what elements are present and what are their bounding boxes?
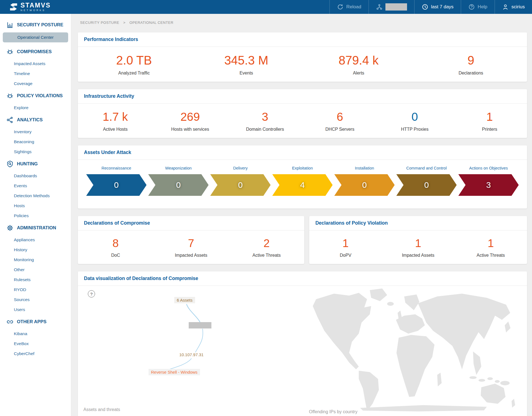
stat-label: DHCP Servers xyxy=(303,127,377,132)
stat-value: 2 xyxy=(229,237,304,250)
phase-chevron[interactable]: 0 xyxy=(334,174,395,196)
sidebar-item-impacted-assets[interactable]: Impacted Assets xyxy=(0,59,71,69)
sidebar-section-label: ADMINISTRATION xyxy=(17,225,56,230)
phase-chevron[interactable]: 0 xyxy=(148,174,209,196)
reload-button[interactable]: Reload xyxy=(329,0,369,14)
phase-actions-on-objectives: Actions on Objectives 3 xyxy=(458,166,519,196)
sidebar-item-other[interactable]: Other xyxy=(0,265,71,275)
sidebar-section-security-posture[interactable]: SECURITY POSTURE xyxy=(0,18,71,32)
declarations-of-policy-violation-card: Declarations of Policy Violation 1 DoPV … xyxy=(309,216,527,264)
sidebar-section-administration[interactable]: ADMINISTRATION xyxy=(0,221,71,235)
stat-analyzed-traffic: 2.0 TB Analyzed Traffic xyxy=(78,53,190,76)
phase-chevron[interactable]: 3 xyxy=(458,174,519,196)
stat-doc: 8 DoC xyxy=(78,237,153,258)
sidebar-section-hunting[interactable]: HUNTING xyxy=(0,157,71,171)
sidebar-item-rulesets[interactable]: Rulesets xyxy=(0,275,71,285)
sidebar-item-policies[interactable]: Policies xyxy=(0,211,71,221)
stat-dopv-active-threats: 1 Active Threats xyxy=(454,237,527,258)
phase-exploitation: Exploitation 4 xyxy=(272,166,333,196)
sidebar-item-history[interactable]: History xyxy=(0,245,71,255)
stat-dopv-impacted-assets: 1 Impacted Assets xyxy=(382,237,454,258)
sidebar-item-kibana[interactable]: Kibana xyxy=(0,329,71,339)
phase-label: Exploitation xyxy=(272,166,333,170)
stat-value: 8 xyxy=(78,237,153,250)
hunting-magnifier-icon xyxy=(6,160,14,168)
stat-label: Impacted Assets xyxy=(153,253,229,258)
phase-label: Command and Control xyxy=(396,166,457,170)
performance-indicators-card: Performance Indicators 2.0 TB Analyzed T… xyxy=(78,32,527,82)
phase-chevron[interactable]: 0 xyxy=(86,174,147,196)
sidebar-item-hosts[interactable]: Hosts xyxy=(0,201,71,211)
sidebar-item-monitoring[interactable]: Monitoring xyxy=(0,255,71,265)
sidebar-item-sources[interactable]: Sources xyxy=(0,295,71,305)
stat-value: 1.7 k xyxy=(78,110,153,124)
sidebar-item-inventory[interactable]: Inventory xyxy=(0,127,71,137)
sidebar-item-ryod[interactable]: RYOD xyxy=(0,285,71,295)
graph-caption: Assets and threats xyxy=(83,407,120,412)
sidebar-item-users[interactable]: Users xyxy=(0,305,71,315)
stat-alerts: 879.4 k Alerts xyxy=(303,53,415,76)
stat-events: 345.3 M Events xyxy=(190,53,302,76)
time-range-button[interactable]: last 7 days xyxy=(414,0,461,14)
declarations-of-compromise-card: Declarations of Compromise 8 DoC 7 Impac… xyxy=(78,216,304,264)
sidebar-item-evebox[interactable]: EveBox xyxy=(0,339,71,349)
graph-node-redacted[interactable] xyxy=(189,322,211,328)
top-bar: STAMVS NETWORKS Reload last 7 days xyxy=(0,0,532,14)
sidebar-item-coverage[interactable]: Coverage xyxy=(0,79,71,89)
sidebar-item-sightings[interactable]: Sightings xyxy=(0,147,71,157)
reload-icon xyxy=(337,4,344,10)
sidebar-item-detection-methods[interactable]: Detection Methods xyxy=(0,191,71,201)
phase-weaponization: Weaponization 0 xyxy=(148,166,209,196)
stamus-logo[interactable]: STAMVS NETWORKS xyxy=(0,0,51,14)
sidebar-item-cyberchef[interactable]: CyberChef xyxy=(0,349,71,359)
phase-label: Installation xyxy=(334,166,395,170)
sidebar-item-timeline[interactable]: Timeline xyxy=(0,69,71,79)
phase-chevron[interactable]: 4 xyxy=(272,174,333,196)
sidebar-section-policy-violations[interactable]: POLICY VIOLATIONS xyxy=(0,89,71,103)
phase-label: Delivery xyxy=(210,166,271,170)
stat-label: Active Hosts xyxy=(78,127,153,132)
phase-chevron[interactable]: 0 xyxy=(396,174,457,196)
card-title: Assets Under Attack xyxy=(78,145,527,160)
breadcrumb-parent[interactable]: SECURITY POSTURE xyxy=(80,20,119,25)
graph-node-threat[interactable]: Reverse Shell - Windows xyxy=(149,369,200,375)
stat-printers: 1 Printers xyxy=(452,110,527,132)
graph-node-ip[interactable]: 10.107.97.31 xyxy=(179,352,204,357)
sidebar-item-events[interactable]: Events xyxy=(0,181,71,191)
infrastructure-activity-card: Infrastructure Activity 1.7 k Active Hos… xyxy=(78,89,527,138)
phase-chevron[interactable]: 0 xyxy=(210,174,271,196)
time-range-label: last 7 days xyxy=(431,4,454,10)
stat-label: Active Threats xyxy=(229,253,304,258)
stat-label: Impacted Assets xyxy=(382,253,454,258)
graph-edges xyxy=(78,286,313,416)
sidebar-section-compromises[interactable]: COMPROMISES xyxy=(0,45,71,59)
sidebar-item-dashboards[interactable]: Dashboards xyxy=(0,171,71,181)
sidebar-section-other-apps[interactable]: OTHER APPS xyxy=(0,315,71,329)
network-icon xyxy=(376,4,383,10)
help-label: Help xyxy=(478,4,487,10)
graph-node-asset-group[interactable]: 6 Assets xyxy=(174,297,195,303)
sidebar-item-appliances[interactable]: Appliances xyxy=(0,235,71,245)
sidebar-section-analytics[interactable]: ANALYTICS xyxy=(0,113,71,127)
stat-doc-active-threats: 2 Active Threats xyxy=(229,237,304,258)
help-button[interactable]: Help xyxy=(461,0,495,14)
stat-label: Domain Controllers xyxy=(227,127,302,132)
clock-icon xyxy=(422,4,428,10)
bug-icon xyxy=(6,48,14,55)
sidebar-item-operational-center[interactable]: Operational Center xyxy=(3,32,68,42)
tenant-selector[interactable] xyxy=(369,0,414,14)
stat-value: 2.0 TB xyxy=(78,53,190,67)
stat-active-hosts: 1.7 k Active Hosts xyxy=(78,110,153,132)
stat-label: Declarations xyxy=(415,71,527,76)
card-title: Declarations of Compromise xyxy=(78,216,304,230)
phase-label: Reconnaissance xyxy=(86,166,147,170)
world-map[interactable] xyxy=(308,286,523,414)
stamus-logo-icon xyxy=(9,3,18,11)
user-menu[interactable]: scirius xyxy=(495,0,532,14)
sidebar-item-beaconing[interactable]: Beaconing xyxy=(0,137,71,147)
sidebar-item-explore[interactable]: Explore xyxy=(0,103,71,113)
sidebar-section-label: HUNTING xyxy=(17,161,38,166)
stat-label: Active Threats xyxy=(454,253,527,258)
bar-chart-icon xyxy=(6,21,14,29)
stat-value: 9 xyxy=(415,53,527,67)
